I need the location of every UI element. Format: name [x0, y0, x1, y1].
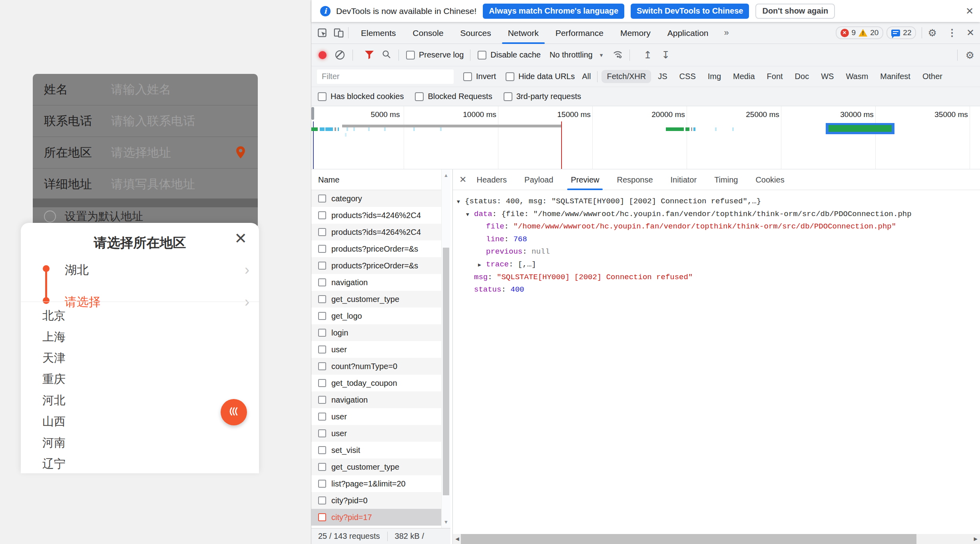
table-row[interactable]: products?ids=4264%2C4: [311, 224, 450, 240]
form-field-[interactable]: 联系电话请输入联系电话: [33, 105, 258, 137]
table-row[interactable]: city?pid=17: [311, 509, 450, 526]
tab-elements[interactable]: Elements: [353, 22, 404, 44]
row-checkbox[interactable]: [318, 228, 326, 236]
table-row[interactable]: products?ids=4246%2C4: [311, 207, 450, 224]
table-row[interactable]: get_customer_type: [311, 291, 450, 308]
scroll-right-icon[interactable]: ▶: [972, 534, 979, 544]
row-checkbox[interactable]: [318, 463, 326, 471]
detail-tab-headers[interactable]: Headers: [469, 169, 514, 190]
form-field-[interactable]: 所在地区请选择地址: [33, 137, 258, 169]
row-checkbox[interactable]: [318, 329, 326, 337]
filter-type-img[interactable]: Img: [703, 70, 726, 83]
province-item-[interactable]: 天津: [21, 347, 259, 369]
chevron-down-icon[interactable]: ▾: [600, 52, 603, 59]
filter-type-ws[interactable]: WS: [816, 70, 839, 83]
step-province-selected[interactable]: 湖北: [65, 262, 89, 278]
network-overview-timeline[interactable]: 5000 ms10000 ms15000 ms20000 ms25000 ms3…: [311, 106, 980, 169]
filter-type-js[interactable]: JS: [653, 70, 672, 83]
third-party-requests-checkbox[interactable]: [504, 92, 512, 101]
issues-badge[interactable]: 22: [886, 26, 916, 39]
filter-funnel-icon[interactable]: [365, 51, 374, 59]
detail-tab-cookies[interactable]: Cookies: [748, 169, 792, 190]
row-checkbox[interactable]: [318, 480, 326, 488]
export-har-icon[interactable]: ↧: [661, 50, 670, 60]
modal-close-icon[interactable]: ✕: [234, 231, 247, 246]
more-tabs-icon[interactable]: »: [724, 28, 729, 38]
province-item-[interactable]: 辽宁: [21, 453, 259, 475]
row-checkbox[interactable]: [318, 446, 326, 454]
table-row[interactable]: get_logo: [311, 308, 450, 324]
detail-tab-preview[interactable]: Preview: [563, 169, 607, 190]
scrollbar-thumb[interactable]: [443, 248, 449, 495]
tab-console[interactable]: Console: [404, 22, 452, 44]
scrollbar-thumb[interactable]: [461, 534, 916, 544]
switch-devtools-chinese-button[interactable]: Switch DevTools to Chinese: [631, 4, 749, 19]
filter-type-media[interactable]: Media: [728, 70, 760, 83]
detail-tab-timing[interactable]: Timing: [707, 169, 745, 190]
table-row[interactable]: set_visit: [311, 442, 450, 459]
detail-horizontal-scrollbar[interactable]: ◀ ▶: [453, 534, 980, 544]
province-item-[interactable]: 上海: [21, 326, 259, 347]
expand-arrow-icon[interactable]: ▼: [457, 196, 465, 208]
scroll-down-icon[interactable]: ▼: [442, 519, 450, 525]
location-pin-icon[interactable]: [235, 146, 247, 159]
table-row[interactable]: get_today_coupon: [311, 375, 450, 391]
table-row[interactable]: login: [311, 324, 450, 341]
settings-gear-icon[interactable]: ⚙: [928, 28, 936, 38]
table-row[interactable]: user: [311, 341, 450, 358]
filter-type-other[interactable]: Other: [917, 70, 948, 83]
detail-tab-initiator[interactable]: Initiator: [663, 169, 705, 190]
preserve-log-checkbox[interactable]: [406, 51, 415, 60]
scroll-up-icon[interactable]: ▲: [442, 173, 450, 178]
always-match-language-button[interactable]: Always match Chrome's language: [483, 4, 624, 19]
detail-tab-payload[interactable]: Payload: [517, 169, 561, 190]
requests-scrollbar[interactable]: ▲ ▼: [441, 169, 450, 528]
kebab-menu-icon[interactable]: ⋮: [947, 28, 957, 38]
filter-input[interactable]: [317, 69, 454, 84]
filter-type-fetch-xhr[interactable]: Fetch/XHR: [602, 70, 651, 83]
dont-show-again-button[interactable]: Don't show again: [755, 4, 835, 19]
table-row[interactable]: get_customer_type: [311, 459, 450, 475]
table-row[interactable]: user: [311, 425, 450, 442]
row-checkbox[interactable]: [318, 379, 326, 387]
table-row[interactable]: list?page=1&limit=20: [311, 475, 450, 492]
inspect-element-icon[interactable]: [317, 28, 328, 38]
filter-type-all[interactable]: All: [582, 72, 591, 81]
table-row[interactable]: category: [311, 190, 450, 207]
row-checkbox[interactable]: [318, 496, 326, 504]
filter-type-manifest[interactable]: Manifest: [875, 70, 916, 83]
overview-drag-handle[interactable]: [311, 107, 314, 120]
form-field-[interactable]: 姓名请输入姓名: [33, 74, 258, 105]
table-row[interactable]: navigation: [311, 274, 450, 291]
row-checkbox[interactable]: [318, 429, 326, 437]
clear-log-icon[interactable]: [335, 50, 345, 60]
has-blocked-cookies-checkbox[interactable]: [318, 92, 327, 101]
province-item-[interactable]: 河南: [21, 432, 259, 453]
tab-performance[interactable]: Performance: [547, 22, 612, 44]
record-button[interactable]: [319, 51, 327, 59]
row-checkbox[interactable]: [318, 362, 326, 370]
table-row[interactable]: user: [311, 408, 450, 425]
row-checkbox[interactable]: [318, 513, 326, 521]
row-checkbox[interactable]: [318, 278, 326, 286]
detail-close-icon[interactable]: ✕: [459, 175, 466, 184]
row-checkbox[interactable]: [318, 195, 326, 203]
province-item-[interactable]: 重庆: [21, 369, 259, 390]
filter-type-font[interactable]: Font: [762, 70, 788, 83]
filter-type-wasm[interactable]: Wasm: [841, 70, 873, 83]
network-conditions-icon[interactable]: [612, 49, 623, 61]
customer-service-fab[interactable]: [221, 399, 247, 425]
row-checkbox[interactable]: [318, 295, 326, 303]
default-address-radio[interactable]: [44, 210, 56, 222]
name-column-header[interactable]: Name: [311, 169, 450, 190]
province-item-[interactable]: 北京: [21, 305, 259, 326]
filter-type-doc[interactable]: Doc: [790, 70, 815, 83]
table-row[interactable]: products?priceOrder=&s: [311, 240, 450, 257]
row-checkbox[interactable]: [318, 245, 326, 253]
hide-data-urls-checkbox[interactable]: [506, 72, 514, 81]
tab-network[interactable]: Network: [500, 22, 547, 44]
table-row[interactable]: navigation: [311, 391, 450, 408]
table-row[interactable]: products?priceOrder=&s: [311, 257, 450, 274]
scroll-left-icon[interactable]: ◀: [454, 534, 461, 544]
tab-memory[interactable]: Memory: [612, 22, 659, 44]
